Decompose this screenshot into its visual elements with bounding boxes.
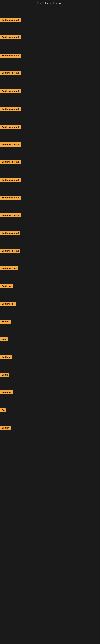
bottleneck-item-18[interactable]: Bottlen (0, 320, 11, 324)
bottleneck-item-14[interactable]: Bottleneck result (0, 249, 20, 253)
bottleneck-item-20[interactable]: Bottlene (0, 355, 12, 359)
bottleneck-item-10[interactable]: Bottleneck result (0, 178, 21, 182)
bottleneck-item-8[interactable]: Bottleneck result (0, 142, 21, 146)
bottleneck-badge-11: Bottleneck result (0, 196, 21, 200)
bottleneck-item-2[interactable]: Bottleneck result (0, 35, 21, 39)
bottleneck-badge-8: Bottleneck result (0, 142, 21, 146)
bottleneck-badge-12: Bottleneck result (0, 213, 21, 217)
bottleneck-badge-22: Bottlenec (0, 390, 13, 394)
bottleneck-badge-1: Bottleneck result (0, 18, 21, 22)
bottleneck-item-13[interactable]: Bottleneck result (0, 231, 20, 235)
bottleneck-badge-9: Bottleneck result (0, 160, 21, 164)
bottleneck-badge-16: Bottlenec (0, 284, 13, 288)
bottleneck-item-9[interactable]: Bottleneck result (0, 160, 21, 164)
bottleneck-item-21[interactable]: Bottle (0, 373, 9, 377)
bottleneck-badge-20: Bottlene (0, 355, 12, 359)
bottleneck-item-1[interactable]: Bottleneck result (0, 18, 21, 22)
bottleneck-badge-5: Bottleneck result (0, 89, 21, 93)
bottleneck-badge-6: Bottleneck result (0, 107, 21, 111)
bottleneck-badge-23: Bo (0, 408, 6, 412)
bottleneck-item-3[interactable]: Bottleneck result (0, 54, 21, 58)
bottleneck-item-6[interactable]: Bottleneck result (0, 107, 21, 111)
bottleneck-item-24[interactable]: Bottlen (0, 426, 11, 430)
bottleneck-item-4[interactable]: Bottleneck result (0, 71, 21, 75)
bottleneck-item-7[interactable]: Bottleneck result (0, 125, 21, 129)
bottleneck-badge-17: Bottleneck r (0, 302, 16, 306)
bottleneck-badge-24: Bottlen (0, 426, 11, 430)
bottleneck-item-23[interactable]: Bo (0, 408, 6, 412)
bottleneck-badge-14: Bottleneck result (0, 249, 20, 253)
bottleneck-item-19[interactable]: Bott (0, 337, 8, 341)
bottleneck-item-16[interactable]: Bottlenec (0, 284, 13, 288)
bottleneck-badge-4: Bottleneck result (0, 71, 21, 75)
vertical-line (0, 550, 0, 644)
bottleneck-badge-2: Bottleneck result (0, 35, 21, 39)
bottleneck-badge-19: Bott (0, 337, 8, 341)
bottleneck-badge-3: Bottleneck result (0, 54, 21, 58)
bottleneck-item-17[interactable]: Bottleneck r (0, 302, 16, 306)
bottleneck-badge-13: Bottleneck result (0, 231, 20, 235)
bottleneck-item-11[interactable]: Bottleneck result (0, 196, 21, 200)
bottleneck-item-15[interactable]: Bottleneck res (0, 266, 18, 270)
bottleneck-item-12[interactable]: Bottleneck result (0, 213, 21, 217)
bottleneck-badge-7: Bottleneck result (0, 125, 21, 129)
bottleneck-badge-21: Bottle (0, 373, 9, 377)
bottleneck-badge-15: Bottleneck res (0, 266, 18, 270)
site-title: TheBottlenecker.com (0, 0, 100, 6)
bottleneck-item-5[interactable]: Bottleneck result (0, 89, 21, 93)
bottleneck-badge-18: Bottlen (0, 320, 11, 324)
bottleneck-badge-10: Bottleneck result (0, 178, 21, 182)
bottleneck-item-22[interactable]: Bottlenec (0, 390, 13, 394)
